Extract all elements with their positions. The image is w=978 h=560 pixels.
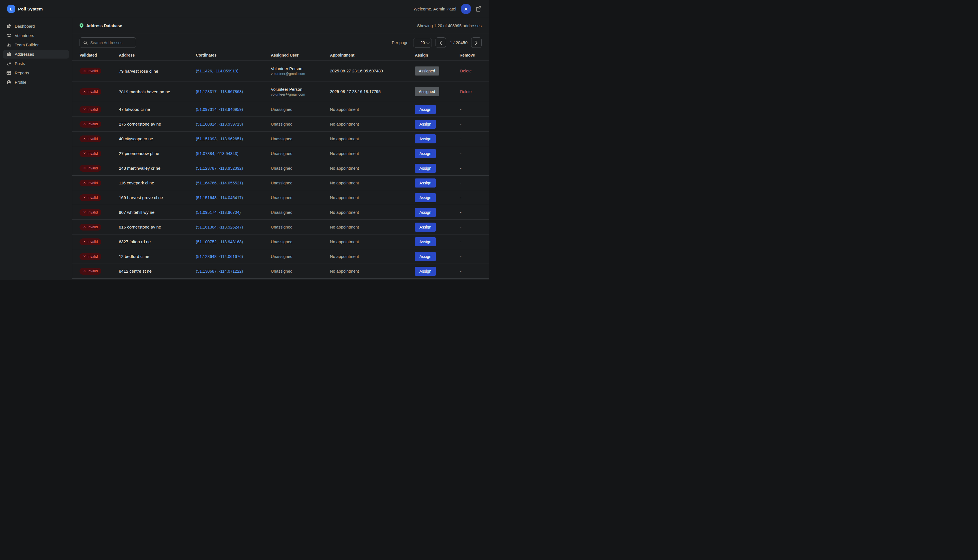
search-box: [80, 37, 136, 48]
sidebar-item-volunteers[interactable]: Volunteers: [3, 32, 69, 40]
appointment-cell: No appointment: [330, 151, 415, 156]
coordinates-link[interactable]: (51.123787, -113.952392): [196, 166, 243, 170]
coordinates-link[interactable]: (51.160814, -113.939713): [196, 122, 243, 127]
x-icon: ✕: [83, 90, 86, 93]
external-link-icon[interactable]: [476, 6, 482, 12]
coordinates-link[interactable]: (51.1426, -114.059919): [196, 69, 239, 73]
assign-button[interactable]: Assign: [415, 237, 436, 246]
next-page-button[interactable]: [471, 37, 482, 48]
appointment-cell: No appointment: [330, 210, 415, 215]
table-row: ✕Invalid 79 harvest rose ci ne (51.1426,…: [72, 61, 489, 82]
assigned-user-name: Unassigned: [271, 181, 330, 185]
assign-button[interactable]: Assign: [415, 223, 436, 232]
assigned-user-email: volunteer@gmail.com: [271, 72, 330, 76]
per-page-select[interactable]: 20: [413, 38, 432, 48]
address-cell: 907 whitehill wy ne: [119, 210, 196, 215]
validated-badge: ✕Invalid: [80, 68, 101, 74]
brand: L Poll System: [7, 5, 43, 13]
sidebar-item-addresses[interactable]: Addresses: [3, 50, 69, 58]
assign-button[interactable]: Assigned: [415, 87, 439, 96]
coordinates-link[interactable]: (51.130687, -114.071222): [196, 269, 243, 273]
assigned-user-name: Volunteer Person: [271, 87, 330, 92]
validated-badge: ✕Invalid: [80, 253, 101, 260]
prev-page-button[interactable]: [436, 37, 446, 48]
assigned-user-email: volunteer@gmail.com: [271, 92, 330, 97]
table-row-partial: [72, 278, 489, 280]
coordinates-link[interactable]: (51.128648, -114.061676): [196, 254, 243, 259]
coordinates-link[interactable]: (51.097314, -113.946959): [196, 107, 243, 112]
showing-count: Showing 1-20 of 408995 addresses: [417, 23, 482, 28]
assign-button[interactable]: Assign: [415, 267, 436, 276]
address-cell: 275 cornerstone av ne: [119, 122, 196, 127]
table-row: ✕Invalid 816 cornerstone av ne (51.16136…: [72, 220, 489, 235]
map-pin-icon: [80, 23, 83, 28]
assigned-user-name: Unassigned: [271, 107, 330, 112]
assign-button[interactable]: Assign: [415, 149, 436, 158]
coordinates-link[interactable]: (51.164766, -114.055521): [196, 181, 243, 185]
coordinates-link[interactable]: (51.100752, -113.943168): [196, 240, 243, 244]
assigned-user-cell: Volunteer Person volunteer@gmail.com: [271, 87, 330, 97]
table-icon: [6, 71, 11, 75]
assigned-user-name: Unassigned: [271, 137, 330, 141]
table-row: ✕Invalid 12 bedford ci ne (51.128648, -1…: [72, 249, 489, 264]
remove-cell: Delete: [460, 89, 482, 94]
sidebar-item-label: Dashboard: [15, 24, 35, 28]
coordinates-link[interactable]: (51.151648, -114.045417): [196, 195, 243, 200]
assign-button[interactable]: Assign: [415, 252, 436, 261]
x-icon: ✕: [83, 122, 86, 125]
sidebar-item-profile[interactable]: Profile: [3, 78, 69, 87]
table-row: ✕Invalid 275 cornerstone av ne (51.16081…: [72, 117, 489, 132]
app-window: L Poll System Welcome, Admin Patel A Das…: [0, 0, 489, 280]
topbar: L Poll System Welcome, Admin Patel A: [0, 0, 489, 18]
page-header: Address Database Showing 1-20 of 408995 …: [72, 18, 489, 33]
column-header-assign: Assign: [415, 53, 460, 57]
broadcast-icon: [6, 62, 11, 66]
delete-button[interactable]: Delete: [460, 69, 471, 73]
remove-cell: -: [460, 240, 482, 244]
coordinates-link[interactable]: (51.151093, -113.962651): [196, 137, 243, 141]
coordinates-link[interactable]: (51.095174, -113.96704): [196, 210, 241, 215]
assigned-user-cell: Unassigned: [271, 225, 330, 229]
assign-button[interactable]: Assign: [415, 178, 436, 188]
controls-bar: Per page: 20 1 / 20450: [72, 33, 489, 50]
assign-button[interactable]: Assign: [415, 208, 436, 217]
assigned-user-name: Unassigned: [271, 269, 330, 273]
validated-badge: ✕Invalid: [80, 180, 101, 187]
remove-cell: Delete: [460, 69, 482, 73]
x-icon: ✕: [83, 70, 86, 73]
delete-button[interactable]: Delete: [460, 89, 471, 94]
sidebar-item-reports[interactable]: Reports: [3, 69, 69, 77]
avatar[interactable]: A: [461, 4, 471, 14]
coordinates-link[interactable]: (51.161364, -113.926247): [196, 225, 243, 229]
assigned-user-name: Unassigned: [271, 151, 330, 156]
assign-button[interactable]: Assigned: [415, 67, 439, 75]
assign-button[interactable]: Assign: [415, 120, 436, 129]
assigned-user-cell: Unassigned: [271, 269, 330, 273]
appointment-cell: No appointment: [330, 122, 415, 127]
appointment-cell: 2025-08-27 23:16:05.697489: [330, 69, 415, 73]
address-cell: 816 cornerstone av ne: [119, 225, 196, 229]
appointment-cell: 2025-08-27 23:16:18.17795: [330, 89, 415, 94]
assign-button[interactable]: Assign: [415, 164, 436, 173]
validated-badge: ✕Invalid: [80, 194, 101, 201]
users-icon: [6, 43, 11, 47]
remove-cell: -: [460, 210, 482, 215]
sidebar-item-posts[interactable]: Posts: [3, 59, 69, 68]
user-circle-icon: [6, 80, 11, 85]
assign-button[interactable]: Assign: [415, 193, 436, 202]
assign-button[interactable]: Assign: [415, 134, 436, 143]
address-cell: 6327 falton rd ne: [119, 239, 196, 244]
coordinates-link[interactable]: (51.07884, -113.94343): [196, 151, 239, 156]
address-cell: 27 pinemeadow pl ne: [119, 151, 196, 156]
coordinates-link[interactable]: (51.123317, -113.967863): [196, 89, 243, 94]
sidebar-item-dashboard[interactable]: Dashboard: [3, 22, 69, 30]
sidebar-item-team-builder[interactable]: Team Builder: [3, 41, 69, 49]
table-row: ✕Invalid 7819 martha's haven pa ne (51.1…: [72, 82, 489, 102]
appointment-cell: No appointment: [330, 269, 415, 273]
assign-button[interactable]: Assign: [415, 105, 436, 114]
validated-badge: ✕Invalid: [80, 135, 101, 142]
search-input[interactable]: [90, 40, 132, 45]
assigned-user-name: Unassigned: [271, 240, 330, 244]
remove-cell: -: [460, 137, 482, 141]
assigned-user-cell: Unassigned: [271, 122, 330, 127]
